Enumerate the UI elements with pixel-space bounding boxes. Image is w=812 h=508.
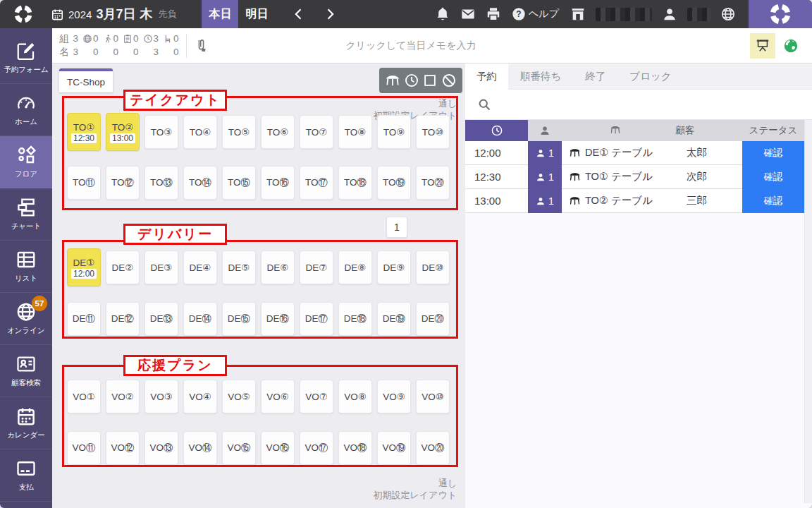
floor-table-button[interactable]: VO⑩ bbox=[416, 380, 450, 413]
sidebar-item-home[interactable]: ホーム bbox=[0, 84, 52, 136]
reservation-search[interactable] bbox=[465, 90, 812, 120]
floor-table-button[interactable]: VO⑲ bbox=[377, 431, 411, 465]
floor-table-button[interactable]: VO⑤ bbox=[222, 380, 256, 413]
panel-tab[interactable]: 予約 bbox=[465, 64, 508, 90]
brand-logo-tile[interactable] bbox=[749, 0, 812, 28]
floor-table-button[interactable]: DE⑰ bbox=[300, 302, 333, 336]
floor-table-button[interactable]: VO⑰ bbox=[300, 431, 333, 465]
floor-table-button[interactable]: VO⑥ bbox=[261, 380, 295, 413]
panel-tab[interactable]: ブロック bbox=[617, 64, 683, 90]
sidebar-item-online[interactable]: 57オンライン bbox=[0, 293, 52, 345]
floor-table-button[interactable]: TO⑪ bbox=[67, 166, 101, 200]
floor-table-button[interactable]: DE⑦ bbox=[300, 250, 333, 284]
floor-table-button[interactable]: VO④ bbox=[183, 380, 217, 413]
guests-column-header[interactable] bbox=[528, 125, 562, 136]
floor-table-button[interactable]: DE② bbox=[106, 250, 140, 284]
floor-table-button[interactable]: TO②13:00 bbox=[106, 113, 140, 151]
floor-table-button[interactable]: VO⑦ bbox=[300, 380, 333, 413]
sidebar-item-chart[interactable]: チャート bbox=[0, 188, 52, 241]
floor-table-button[interactable]: DE⑩ bbox=[416, 250, 450, 284]
floor-table-button[interactable]: DE①12:00 bbox=[67, 248, 101, 286]
store-icon[interactable] bbox=[570, 6, 586, 22]
notifications-bell-icon[interactable] bbox=[435, 6, 450, 22]
floor-table-button[interactable]: VO⑫ bbox=[106, 431, 140, 465]
floor-table-button[interactable]: VO⑨ bbox=[377, 380, 411, 413]
print-icon[interactable] bbox=[486, 6, 501, 22]
floor-table-button[interactable]: TO①12:30 bbox=[67, 113, 101, 151]
panel-tab[interactable]: 順番待ち bbox=[508, 64, 573, 90]
sidebar-item-customer-search[interactable]: 顧客検索 bbox=[0, 345, 52, 397]
messages-mail-icon[interactable] bbox=[460, 6, 476, 22]
floor-table-button[interactable]: DE⑫ bbox=[106, 302, 140, 336]
floor-table-button[interactable]: VO⑪ bbox=[67, 431, 101, 465]
floor-table-button[interactable]: TO⑧ bbox=[338, 115, 372, 149]
day-memo-input[interactable]: クリックして当日メモを入力 bbox=[52, 40, 770, 52]
floor-table-button[interactable]: TO④ bbox=[183, 115, 217, 149]
floor-table-button[interactable]: DE⑪ bbox=[67, 302, 101, 336]
floor-table-button[interactable]: DE⑯ bbox=[261, 302, 295, 336]
next-day-button[interactable] bbox=[323, 7, 337, 21]
floor-table-button[interactable]: TO⑫ bbox=[106, 166, 140, 200]
confirm-status-button[interactable]: 確認 bbox=[742, 189, 804, 213]
shop-tab[interactable]: TC-Shop bbox=[59, 68, 113, 92]
floor-table-button[interactable]: DE⑥ bbox=[261, 250, 295, 284]
prev-day-button[interactable] bbox=[292, 7, 306, 21]
floor-table-button[interactable]: TO⑬ bbox=[144, 166, 178, 200]
floor-table-button[interactable]: VO⑱ bbox=[338, 431, 372, 465]
app-logo-icon[interactable] bbox=[13, 4, 33, 24]
floor-table-button[interactable]: TO⑰ bbox=[300, 166, 333, 200]
floor-table-button[interactable]: VO⑭ bbox=[183, 431, 217, 465]
reservation-row[interactable]: 13:001TO② テーブル三郎確認 bbox=[465, 189, 804, 213]
floor-table-button[interactable]: VO⑬ bbox=[144, 431, 178, 465]
sidebar-item-payment[interactable]: 支払 bbox=[0, 449, 52, 502]
floor-table-button[interactable]: TO③ bbox=[144, 115, 178, 149]
confirm-status-button[interactable]: 確認 bbox=[742, 165, 804, 189]
floor-table-button[interactable]: VO⑧ bbox=[338, 380, 372, 413]
reservation-row[interactable]: 12:001DE① テーブル太郎確認 bbox=[465, 141, 804, 165]
floor-table-button[interactable]: DE⑳ bbox=[416, 302, 450, 336]
confirm-status-button[interactable]: 確認 bbox=[742, 141, 804, 165]
clock-view-icon[interactable] bbox=[404, 73, 419, 88]
today-button[interactable]: 本日 bbox=[202, 0, 238, 28]
floor-table-button[interactable]: TO⑳ bbox=[416, 166, 450, 200]
reservation-row[interactable]: 12:301TO① テーブル次郎確認 bbox=[465, 165, 804, 189]
floor-table-button[interactable]: TO⑥ bbox=[261, 115, 295, 149]
floor-table-button[interactable]: DE⑤ bbox=[222, 250, 256, 284]
sidebar-item-list[interactable]: リスト bbox=[0, 241, 52, 293]
floor-table-button[interactable]: DE⑮ bbox=[222, 302, 256, 336]
floor-table-button[interactable]: TO⑭ bbox=[183, 166, 217, 200]
floor-table-button[interactable]: DE⑬ bbox=[144, 302, 178, 336]
floor-table-button[interactable]: DE④ bbox=[183, 250, 217, 284]
date-display[interactable]: 2024 3月7日 木 先負 bbox=[51, 6, 176, 23]
panel-tab[interactable]: 終了 bbox=[573, 64, 617, 90]
floor-table-button[interactable]: DE③ bbox=[144, 250, 178, 284]
floor-table-button[interactable]: TO⑤ bbox=[222, 115, 256, 149]
language-globe-icon[interactable] bbox=[720, 6, 736, 22]
presentation-mode-button[interactable] bbox=[750, 33, 775, 59]
table-view-icon[interactable] bbox=[385, 73, 400, 88]
floor-table-button[interactable]: VO① bbox=[67, 380, 101, 413]
online-globe-button[interactable] bbox=[778, 33, 804, 59]
floor-table-button[interactable]: TO⑨ bbox=[377, 115, 411, 149]
floor-table-button[interactable]: DE⑨ bbox=[377, 250, 411, 284]
floor-table-button[interactable]: VO② bbox=[106, 380, 140, 413]
help-button[interactable]: ? ヘルプ bbox=[511, 6, 559, 22]
floor-table-button[interactable]: DE⑱ bbox=[338, 302, 372, 336]
floor-table-button[interactable]: VO⑳ bbox=[416, 431, 450, 465]
sidebar-item-reservation-form[interactable]: 予約フォーム bbox=[0, 32, 52, 84]
user-icon[interactable] bbox=[662, 6, 677, 22]
floor-table-button[interactable]: DE⑧ bbox=[338, 250, 372, 284]
floor-table-button[interactable]: TO⑩ bbox=[416, 115, 450, 149]
floor-table-button[interactable]: DE⑲ bbox=[377, 302, 411, 336]
floor-table-button[interactable]: TO⑮ bbox=[222, 166, 256, 200]
floor-page-button[interactable]: 1 bbox=[386, 217, 407, 238]
sidebar-item-floor[interactable]: フロア bbox=[0, 136, 52, 188]
floor-table-button[interactable]: VO⑮ bbox=[222, 431, 256, 465]
square-view-icon[interactable] bbox=[422, 73, 438, 88]
floor-table-button[interactable]: VO⑯ bbox=[261, 431, 295, 465]
time-column-header[interactable] bbox=[465, 120, 528, 141]
floor-table-button[interactable]: DE⑭ bbox=[183, 302, 217, 336]
floor-table-button[interactable]: TO⑱ bbox=[338, 166, 372, 200]
panel-scrollbar[interactable] bbox=[804, 120, 812, 503]
sidebar-item-calendar[interactable]: カレンダー bbox=[0, 397, 52, 449]
